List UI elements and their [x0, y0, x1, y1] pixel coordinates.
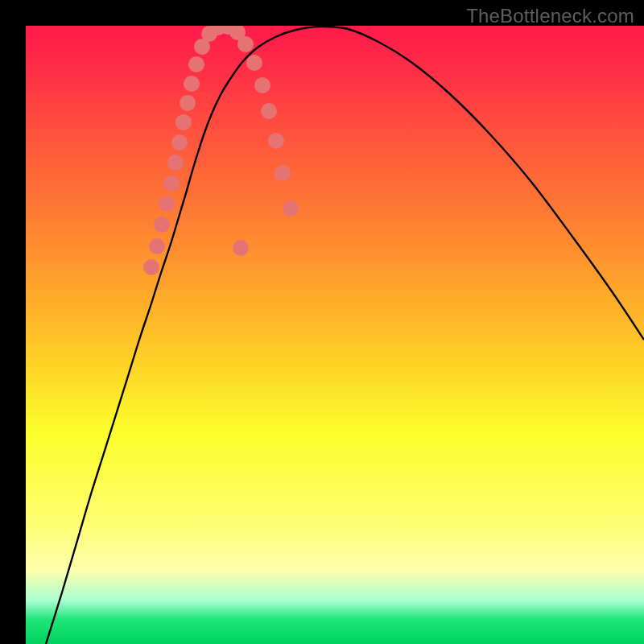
data-point [154, 217, 170, 233]
data-point [163, 175, 180, 192]
data-point [261, 103, 277, 119]
data-point [233, 240, 249, 256]
data-point [237, 36, 254, 52]
data-point [283, 200, 299, 217]
data-point [275, 165, 291, 181]
chart-container: TheBottleneck.com [0, 0, 644, 644]
data-point [167, 155, 184, 171]
data-point [149, 238, 165, 254]
data-point [246, 55, 262, 71]
data-point [184, 76, 200, 92]
data-point [175, 114, 192, 130]
data-point [180, 95, 196, 111]
data-point [268, 133, 284, 149]
data-point [188, 56, 204, 72]
data-points-group [143, 26, 299, 275]
data-point [254, 77, 270, 93]
chart-overlay [26, 26, 644, 644]
data-point [143, 259, 159, 275]
data-point [171, 134, 188, 151]
data-point [159, 196, 175, 212]
bottleneck-curve [46, 27, 644, 644]
watermark-text: TheBottleneck.com [466, 5, 634, 27]
